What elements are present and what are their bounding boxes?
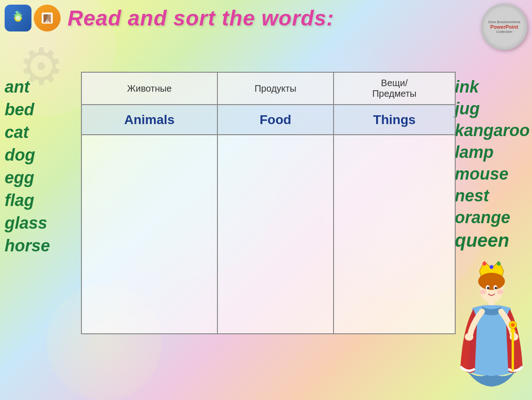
- table-header-russian: Животные Продукты Вещи/Предметы: [81, 72, 455, 105]
- col-food-ru: Продукты: [217, 72, 334, 105]
- svg-point-1: [16, 16, 20, 20]
- col-things-en: Things: [334, 105, 455, 135]
- app-icon-book: [34, 5, 61, 31]
- col-animals-en: Animals: [81, 105, 217, 135]
- app-icons: [5, 5, 61, 31]
- queen-decoration: [451, 256, 532, 400]
- word-nest: nest: [455, 185, 530, 206]
- things-cell: [334, 135, 455, 334]
- svg-point-12: [487, 287, 489, 289]
- word-horse: horse: [5, 235, 50, 256]
- pp-collection: Collection: [496, 30, 512, 34]
- word-mouse: mouse: [455, 163, 530, 184]
- svg-point-17: [465, 333, 474, 341]
- sorting-table: Животные Продукты Вещи/Предметы Animals …: [81, 72, 456, 334]
- header: Read and sort the words:: [5, 5, 527, 31]
- word-bed: bed: [5, 99, 50, 120]
- word-lamp: lamp: [455, 142, 530, 162]
- app-icon-settings: [5, 5, 31, 31]
- col-animals-ru: Животные: [81, 72, 217, 105]
- sorting-table-container: Животные Продукты Вещи/Предметы Animals …: [81, 72, 456, 334]
- word-glass: glass: [5, 212, 50, 233]
- table-header-english: Animals Food Things: [81, 105, 455, 135]
- table-content-row: [81, 135, 455, 334]
- svg-point-7: [497, 262, 501, 265]
- word-ant: ant: [5, 76, 50, 97]
- left-word-list: ant bed cat dog egg flag glass horse: [5, 76, 50, 256]
- powerpoint-badge: Dina Brastonshkina PowerPoint Collection: [481, 4, 527, 50]
- word-jug: jug: [455, 98, 530, 119]
- word-kangaroo: kangaroo: [455, 120, 530, 141]
- svg-rect-19: [512, 328, 514, 371]
- svg-point-14: [480, 289, 486, 294]
- word-egg: egg: [5, 167, 50, 188]
- food-cell: [217, 135, 334, 334]
- word-flag: flag: [5, 190, 50, 211]
- svg-point-5: [483, 262, 486, 265]
- svg-point-6: [489, 265, 493, 269]
- svg-point-15: [497, 289, 503, 294]
- svg-point-13: [495, 287, 497, 289]
- pp-brand: PowerPoint: [490, 24, 519, 30]
- col-food-en: Food: [217, 105, 334, 135]
- page-title: Read and sort the words:: [68, 6, 334, 31]
- col-things-ru: Вещи/Предметы: [334, 72, 455, 105]
- word-orange: orange: [455, 207, 530, 228]
- svg-point-22: [511, 323, 514, 327]
- word-queen: queen: [455, 229, 530, 252]
- animals-cell: [81, 135, 217, 334]
- svg-point-9: [478, 273, 505, 290]
- pp-author: Dina Brastonshkina: [488, 20, 520, 24]
- word-dog: dog: [5, 144, 50, 165]
- right-word-list: ink jug kangaroo lamp mouse nest orange …: [455, 76, 530, 252]
- word-ink: ink: [455, 76, 530, 97]
- word-cat: cat: [5, 122, 50, 143]
